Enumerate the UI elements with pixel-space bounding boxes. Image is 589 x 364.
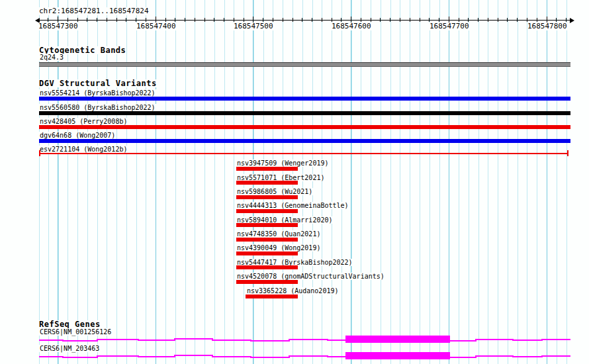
- gene-exon-box[interactable]: [345, 352, 450, 359]
- cytoband-bar: [39, 62, 570, 67]
- ruler-tick-label: 168547800: [527, 23, 567, 30]
- grid-major-line: [449, 0, 449, 364]
- variant-label[interactable]: nsv5560580 (ByrskaBishop2022): [39, 104, 156, 111]
- variant-bar[interactable]: [39, 111, 570, 115]
- cytoband-label: 2q24.3: [39, 54, 64, 61]
- dgv-structural-variants-header: DGV Structural Variants: [39, 79, 157, 87]
- ruler-minor-tick: [87, 18, 87, 22]
- variant-bar[interactable]: [236, 167, 298, 171]
- gene-intron-line[interactable]: [39, 334, 570, 342]
- ruler-minor-tick: [97, 18, 97, 22]
- variant-bar[interactable]: [236, 181, 298, 185]
- ruler-minor-tick: [420, 18, 420, 22]
- ruler-tick-label: 168547500: [234, 23, 273, 30]
- refseq-genes-header: RefSeq Genes: [39, 320, 101, 328]
- ruler-minor-tick: [302, 18, 302, 22]
- variant-bar[interactable]: [236, 238, 298, 242]
- ruler-region-title: chr2:168547281..168547824: [39, 7, 149, 15]
- ruler-minor-tick: [116, 18, 117, 22]
- ruler-tick-label: 168547300: [38, 23, 78, 30]
- ruler-minor-tick: [322, 18, 322, 22]
- variant-bar[interactable]: [246, 295, 298, 298]
- variant-label[interactable]: esv2721104 (Wong2012b): [39, 146, 128, 153]
- grid-major-line: [156, 0, 156, 364]
- variant-bar[interactable]: [39, 125, 570, 129]
- ruler-minor-tick: [204, 18, 205, 22]
- ruler-minor-tick: [214, 18, 214, 22]
- ruler-minor-tick: [185, 18, 185, 22]
- ruler-minor-tick: [312, 18, 312, 22]
- ruler-minor-tick: [517, 18, 518, 22]
- ruler-minor-tick: [283, 18, 283, 22]
- ruler-minor-tick: [488, 18, 488, 22]
- ruler-minor-tick: [293, 18, 293, 22]
- variant-bar[interactable]: [236, 195, 298, 199]
- variant-bar[interactable]: [236, 280, 298, 284]
- variant-bar[interactable]: [236, 251, 298, 255]
- ruler-minor-tick: [410, 18, 410, 22]
- variant-label[interactable]: nsv4748350 (Quan2021): [236, 230, 321, 238]
- gene-intron-line[interactable]: [39, 351, 570, 359]
- ruler-minor-tick: [107, 18, 107, 22]
- variant-label[interactable]: nsv4444313 (GenomeinaBottle): [236, 202, 349, 209]
- ruler-tick-label: 168547600: [332, 23, 371, 30]
- variant-label[interactable]: nsv5554214 (ByrskaBishop2022): [39, 89, 156, 97]
- grid-major-line: [351, 0, 351, 364]
- gene-exon-box[interactable]: [345, 336, 450, 343]
- ruler-tick-label: 168547700: [430, 23, 469, 30]
- ruler-minor-tick: [507, 18, 508, 22]
- variant-bar[interactable]: [236, 209, 298, 213]
- variant-bar[interactable]: [39, 139, 570, 143]
- variant-bar[interactable]: [236, 223, 298, 227]
- ruler-tick-label: 168547400: [136, 23, 176, 30]
- variant-range-left-bracket[interactable]: [39, 150, 40, 156]
- variant-bar[interactable]: [39, 97, 570, 101]
- variant-label[interactable]: nsv428405 (Perry2008b): [39, 118, 128, 125]
- variant-range-right-bracket[interactable]: [567, 150, 568, 156]
- variant-label[interactable]: nsv5986805 (Wu2021): [236, 188, 313, 195]
- ruler-minor-tick: [195, 18, 195, 22]
- variant-label[interactable]: nsv3947509 (Wenger2019): [236, 159, 329, 167]
- ruler-minor-tick: [380, 18, 381, 22]
- variant-label[interactable]: nsv4520078 (gnomADStructuralVariants): [236, 273, 385, 280]
- ruler-minor-tick: [390, 18, 390, 22]
- variant-label[interactable]: nsv4390049 (Wong2019): [236, 244, 321, 251]
- ruler-right-arrow-icon: [570, 18, 574, 23]
- ruler-minor-tick: [126, 18, 126, 22]
- genome-browser: chr2:168547281..168547824 16854730016854…: [0, 0, 589, 364]
- variant-label[interactable]: dgv64n68 (Wong2007): [39, 132, 116, 139]
- ruler-minor-tick: [478, 18, 478, 22]
- ruler-minor-tick: [224, 18, 224, 22]
- variant-label[interactable]: nsv3365228 (Audano2019): [246, 287, 339, 295]
- ruler-axis-line: [39, 20, 570, 21]
- variant-bar[interactable]: [236, 265, 298, 269]
- ruler-minor-tick: [400, 18, 400, 22]
- variant-range-line[interactable]: [39, 153, 568, 154]
- ruler-minor-tick: [498, 18, 498, 22]
- grid-major-line: [547, 0, 547, 364]
